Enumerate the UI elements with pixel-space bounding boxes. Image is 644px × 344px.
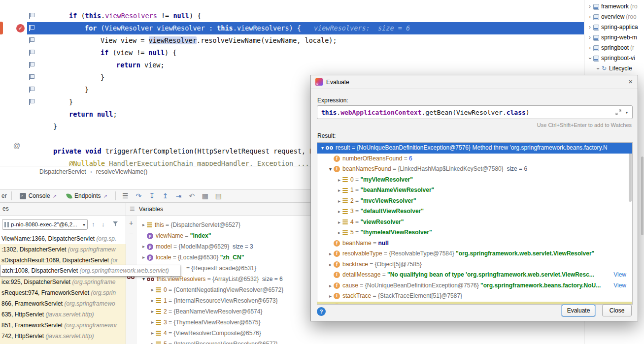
- stack-frame[interactable]: lDoFilter:231, ApplicationFilterChain (o…: [0, 342, 126, 344]
- tree-row[interactable]: fbeanName = null: [317, 238, 632, 249]
- tree-row[interactable]: ▸fcause = {NoUniqueBeanDefinitionExcepti…: [317, 281, 632, 291]
- filter-icon[interactable]: [112, 221, 118, 227]
- tree-row[interactable]: fdetailMessage = "No qualifying bean of …: [317, 270, 632, 281]
- expander-icon[interactable]: ▸: [327, 291, 334, 302]
- view-link[interactable]: View: [610, 281, 626, 291]
- expand-icon[interactable]: [615, 109, 621, 115]
- next-frame-icon[interactable]: ↓: [102, 220, 105, 228]
- run-to-cursor-icon[interactable]: ⇥: [172, 192, 185, 200]
- expander-icon[interactable]: ▸: [336, 206, 342, 217]
- expression-input[interactable]: this.webApplicationContext.getBean(ViewR…: [317, 105, 633, 119]
- project-tree-item[interactable]: ›spring-applica: [584, 22, 644, 32]
- mute-breakpoints-icon[interactable]: ▤: [212, 192, 225, 200]
- code-line[interactable]: if (this.viewResolvers != null) {: [69, 10, 201, 22]
- tree-row[interactable]: ▸fstackTrace = {StackTraceElement[51]@75…: [317, 291, 632, 302]
- expander-icon[interactable]: ▸: [336, 185, 342, 196]
- step-over-icon[interactable]: ↷: [132, 192, 145, 200]
- chevron-icon[interactable]: ›: [593, 65, 603, 72]
- stack-frame[interactable]: ViewName:1366, DispatcherServlet (org.sp…: [0, 233, 126, 244]
- tree-row[interactable]: ▸5 = {InternalResourceViewResolver@6577}: [136, 339, 584, 344]
- chevron-icon[interactable]: ›: [586, 1, 593, 12]
- view-link[interactable]: View: [610, 270, 626, 281]
- expander-icon[interactable]: ▸: [336, 227, 342, 238]
- tree-row[interactable]: ▸5 = "thymeleafViewResolver": [317, 227, 632, 238]
- scrollbar[interactable]: [641, 156, 644, 235]
- close-button[interactable]: Close: [602, 305, 632, 316]
- expander-icon[interactable]: ▸: [149, 306, 156, 317]
- stack-frame[interactable]: sRequest:974, FrameworkServlet (org.spri…: [0, 287, 126, 298]
- thread-selector[interactable]: p-nio-8080-exec-2"@6,2... ▾: [2, 219, 88, 230]
- expander-icon[interactable]: ▸: [149, 284, 156, 295]
- expander-icon[interactable]: ▸: [336, 217, 342, 228]
- tree-row[interactable]: ▾result = {NoUniqueBeanDefinitionExcepti…: [317, 143, 632, 154]
- clipped-debugger-tab[interactable]: er: [0, 192, 8, 199]
- stack-frame[interactable]: 851, FrameworkServlet (org.springframewo…: [0, 320, 126, 331]
- previous-frame-icon[interactable]: ↑: [92, 220, 95, 228]
- code-line[interactable]: @Nullable HandlerExecutionChain mappedHa…: [69, 157, 309, 166]
- stack-frame[interactable]: ice:925, DispatcherServlet (org.springfr…: [0, 277, 126, 287]
- expander-icon[interactable]: ▸: [327, 281, 334, 291]
- expander-icon[interactable]: ▸: [140, 241, 147, 252]
- breadcrumb-class[interactable]: DispatcherServlet: [39, 168, 86, 175]
- code-line[interactable]: }: [53, 121, 57, 133]
- code-line[interactable]: return null;: [69, 108, 117, 121]
- chevron-icon[interactable]: ›: [586, 32, 593, 43]
- tab-console[interactable]: Console ↗: [15, 189, 62, 202]
- stack-frame[interactable]: 635, HttpServlet (javax.servlet.http): [0, 309, 126, 320]
- project-tree-item[interactable]: ›↻Lifecycle: [584, 63, 644, 74]
- tree-row[interactable]: ▸fbacktrace = {Object[5]@7585}: [317, 259, 632, 270]
- tree-row[interactable]: ▸3 = "defaultViewResolver": [317, 206, 632, 217]
- tree-row[interactable]: ▸2 = "mvcViewResolver": [317, 196, 632, 207]
- expander-icon[interactable]: ▾: [327, 164, 334, 175]
- stack-frame[interactable]: sDispatchResult:1069, DispatcherServlet …: [0, 255, 126, 266]
- code-line[interactable]: return view;: [116, 59, 165, 71]
- code-line[interactable]: View view = viewResolver.resolveViewName…: [101, 34, 337, 47]
- stack-frame[interactable]: :1302, DispatcherServlet (org.springfram…: [0, 244, 126, 255]
- code-line[interactable]: }: [101, 71, 104, 84]
- chevron-icon[interactable]: ›: [586, 43, 593, 53]
- add-watch-icon[interactable]: +: [126, 219, 136, 227]
- breadcrumb-method[interactable]: resolveViewName(): [96, 168, 147, 175]
- project-tree-item[interactable]: ›spring-web-m: [584, 32, 644, 43]
- tree-row[interactable]: ▸0 = "myViewResolver": [317, 175, 632, 186]
- project-tree-item[interactable]: ›framework (ro: [584, 1, 644, 12]
- code-line[interactable]: if (view != null) {: [101, 47, 176, 59]
- project-tree-item[interactable]: ›springboot (r: [584, 43, 644, 53]
- view-breakpoints-icon[interactable]: ▦: [199, 192, 212, 200]
- evaluate-button[interactable]: Evaluate: [562, 305, 595, 316]
- code-line[interactable]: }: [85, 84, 89, 96]
- remove-watch-icon[interactable]: −: [126, 230, 136, 238]
- expander-icon[interactable]: ▸: [336, 196, 342, 207]
- code-line[interactable]: for (ViewResolver viewResolver : this.vi…: [85, 22, 410, 34]
- close-icon[interactable]: ×: [628, 77, 633, 86]
- tab-endpoints[interactable]: Endpoints ↗: [62, 189, 112, 202]
- step-into-icon[interactable]: ↧: [145, 192, 159, 200]
- step-out-icon[interactable]: ↥: [159, 192, 172, 200]
- expander-icon[interactable]: ▸: [149, 317, 156, 328]
- tree-row[interactable]: ▸4 = "viewResolver": [317, 217, 632, 228]
- stack-frame[interactable]: 742, HttpServlet (javax.servlet.http): [0, 331, 126, 342]
- project-tree-item[interactable]: ›springboot-vi: [584, 53, 644, 63]
- code-line[interactable]: private void triggerAfterCompletion(Http…: [53, 145, 317, 157]
- chevron-icon[interactable]: ›: [586, 12, 593, 22]
- project-tree-item[interactable]: ›overview (roo: [584, 12, 644, 22]
- help-button[interactable]: ?: [317, 307, 326, 316]
- tree-row[interactable]: ▸4 = {ViewResolverComposite@6576}: [136, 328, 584, 339]
- expander-icon[interactable]: ▸: [149, 339, 156, 344]
- expander-icon[interactable]: ▸: [336, 175, 342, 186]
- breakpoint-hit-icon[interactable]: ✓: [16, 24, 25, 32]
- stack-frame[interactable]: 866, FrameworkServlet (org.springframewo: [0, 298, 126, 309]
- expander-icon[interactable]: ▸: [140, 219, 147, 230]
- expander-icon[interactable]: ▸: [149, 295, 156, 306]
- clipped-frames-tab[interactable]: es: [1, 205, 10, 212]
- expander-icon[interactable]: ▸: [149, 328, 156, 339]
- chevron-down-icon[interactable]: ▾: [625, 110, 628, 115]
- code-line[interactable]: }: [69, 96, 73, 108]
- hamburger-menu-icon[interactable]: ☰: [130, 206, 135, 213]
- expander-icon[interactable]: ▸: [140, 252, 147, 263]
- drop-frame-icon[interactable]: ↶: [185, 192, 199, 200]
- tree-row[interactable]: fnumberOfBeansFound = 6: [317, 154, 632, 164]
- dialog-titlebar[interactable]: IJ Evaluate: [311, 75, 638, 89]
- tree-row[interactable]: ▾fbeanNamesFound = {LinkedHashMap$Linked…: [317, 164, 632, 175]
- tree-row[interactable]: ▸1 = "beanNameViewResolver": [317, 185, 632, 196]
